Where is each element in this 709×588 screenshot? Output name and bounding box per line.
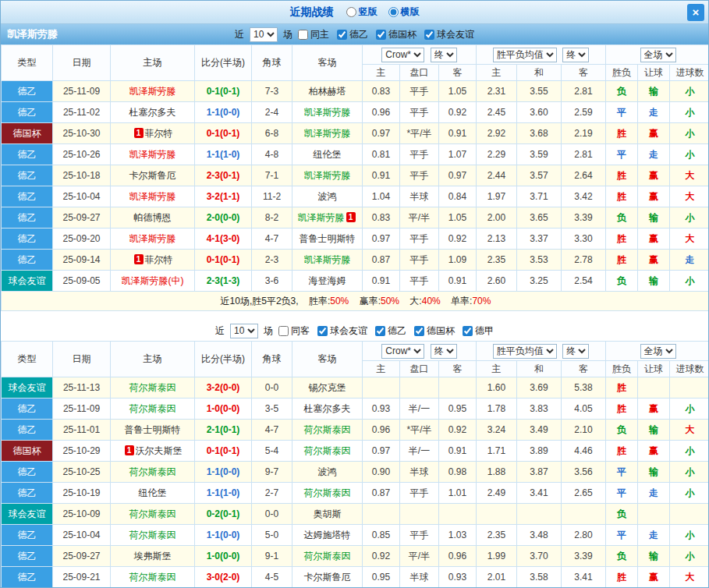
avg-draw-odds-cell: 3.41 [517, 483, 562, 504]
avg-draw-odds-cell: 3.69 [517, 377, 562, 398]
filter-checkbox[interactable]: 球会友谊 [317, 324, 367, 338]
radio-vertical-layout[interactable]: 竖版 [346, 5, 378, 19]
radio-vertical-input[interactable] [346, 7, 356, 17]
filter-checkbox[interactable]: 同主 [298, 28, 329, 41]
asian-away-odds-cell: 0.97 [439, 165, 477, 186]
avg-odds-select[interactable]: 胜平负均值 [493, 48, 557, 62]
match-score-cell: 0-1(0-1) [195, 250, 252, 271]
checkbox-input[interactable] [424, 30, 434, 40]
team-name: 普鲁士明斯特 [125, 424, 181, 435]
result-goals-cell [670, 504, 709, 525]
odds-final-select[interactable]: 终 [431, 344, 457, 359]
match-date-cell: 25-09-20 [53, 228, 111, 250]
asian-home-odds-cell: 0.93 [363, 398, 400, 420]
asian-away-odds-cell: 0.84 [439, 186, 477, 207]
header-home: 主场 [111, 45, 195, 81]
filter-checkbox[interactable]: 德国杯 [376, 28, 417, 41]
avg-draw-odds-cell: 3.70 [517, 546, 562, 567]
corner-score-cell: 4-5 [252, 567, 292, 588]
result-handicap-cell: 走 [638, 144, 670, 165]
filter-checkbox[interactable]: 德乙 [337, 28, 368, 41]
avg-away-odds-cell: 2.80 [562, 525, 606, 546]
match-score-cell: 3-0(2-0) [195, 567, 252, 588]
away-team-cell: 达姆施塔特 [292, 525, 363, 546]
match-count-select[interactable]: 10 [250, 27, 278, 42]
odds-company-select[interactable]: Crow* [381, 344, 424, 359]
team-name: 荷尔斯泰因 [129, 382, 176, 393]
result-goals-cell [670, 377, 709, 398]
radio-horizontal-input[interactable] [388, 7, 399, 17]
match-score-cell: 0-1(0-1) [195, 441, 252, 462]
checkbox-input[interactable] [375, 326, 385, 336]
result-wdl-cell: 平 [606, 525, 638, 546]
filter-checkbox[interactable]: 同客 [278, 324, 310, 338]
avg-draw-odds-cell: 3.55 [517, 81, 562, 102]
filter-checkbox[interactable]: 德乙 [375, 324, 406, 338]
asian-handicap-cell: 平手 [400, 525, 439, 546]
corner-score-cell: 11-2 [252, 186, 292, 207]
odds-final-select[interactable]: 终 [431, 48, 457, 62]
avg-draw-odds-cell: 3.89 [517, 441, 562, 462]
avg-home-odds-cell: 1.71 [477, 441, 517, 462]
home-team-filters: 近 10 场 同主德乙德国杯球会友谊 [235, 27, 474, 42]
avg-draw-odds-cell: 3.68 [517, 123, 562, 144]
asian-away-odds-cell: 0.98 [439, 462, 477, 483]
avg-odds-select[interactable]: 胜平负均值 [493, 344, 557, 359]
avg-away-odds-cell: 4.05 [562, 398, 606, 420]
avg-draw-odds-cell: 3.65 [517, 207, 562, 228]
fulltime-select[interactable]: 全场 [640, 48, 676, 62]
avg-home-odds-cell: 2.13 [477, 228, 517, 250]
asian-home-odds-cell: 0.97 [363, 441, 400, 462]
odds-company-select[interactable]: Crow* [381, 48, 424, 62]
asian-away-odds-cell [439, 504, 477, 525]
asian-home-odds-cell: 0.96 [363, 420, 400, 441]
checkbox-input[interactable] [337, 30, 347, 40]
asian-home-odds-cell: 0.95 [363, 567, 400, 588]
avg-final-select[interactable]: 终 [562, 344, 589, 359]
filter-checkbox[interactable]: 球会友谊 [424, 28, 474, 41]
avg-home-odds-cell: 2.29 [477, 144, 517, 165]
radio-horizontal-layout[interactable]: 横版 [388, 5, 420, 19]
fulltime-select[interactable]: 全场 [640, 344, 676, 359]
checkbox-input[interactable] [463, 326, 473, 336]
checkbox-input[interactable] [414, 326, 424, 336]
subheader-goals-result: 进球数 [670, 361, 709, 377]
home-team-cell: 荷尔斯泰因 [111, 567, 195, 588]
subheader-handicap: 盘口 [400, 65, 439, 81]
avg-draw-odds-cell: 3.71 [517, 186, 562, 207]
home-team-cell: 荷尔斯泰因 [111, 398, 195, 420]
result-wdl-cell: 平 [606, 462, 638, 483]
match-score-cell: 1-1(0-0) [195, 102, 252, 123]
avg-home-odds-cell: 2.01 [477, 567, 517, 588]
team-name: 奥胡斯 [314, 508, 342, 519]
near-label: 近 [235, 28, 244, 41]
result-goals-cell: 小 [670, 123, 709, 144]
avg-draw-odds-cell: 3.58 [517, 567, 562, 588]
team-name: 帕德博恩 [134, 212, 172, 223]
close-icon[interactable]: × [687, 4, 704, 21]
checkbox-input[interactable] [317, 326, 328, 336]
filter-checkbox[interactable]: 德国杯 [414, 324, 455, 338]
away-team-cell: 卡尔斯鲁厄 [292, 567, 363, 588]
checkbox-input[interactable] [278, 326, 289, 336]
avg-final-select[interactable]: 终 [562, 48, 589, 62]
asian-handicap-cell: *平/半 [400, 420, 439, 441]
team-name: 荷尔斯泰因 [129, 530, 176, 540]
match-count-select[interactable]: 10 [230, 324, 258, 338]
filter-checkbox[interactable]: 德甲 [463, 324, 494, 338]
asian-handicap-cell: 半/一 [400, 398, 439, 420]
result-wdl-cell: 平 [606, 102, 638, 123]
away-team-filter-bar: 近 10 场 同客球会友谊德乙德国杯德甲 [1, 321, 708, 341]
league-type-cell: 德乙 [2, 144, 53, 165]
result-goals-cell: 小 [670, 483, 709, 504]
checkbox-input[interactable] [298, 30, 308, 40]
match-score-cell: 1-1(1-0) [195, 144, 252, 165]
match-date-cell: 25-09-27 [53, 546, 111, 567]
header-corner: 角球 [252, 342, 292, 377]
league-type-cell: 德乙 [2, 546, 53, 567]
result-wdl-cell: 胜 [606, 567, 638, 588]
league-type-cell: 德乙 [2, 525, 53, 546]
match-row: 德乙25-10-19纽伦堡1-1(1-0)2-7荷尔斯泰因0.87平手1.012… [2, 483, 709, 504]
match-score-cell: 1-0(0-0) [195, 398, 252, 420]
checkbox-input[interactable] [376, 30, 386, 40]
